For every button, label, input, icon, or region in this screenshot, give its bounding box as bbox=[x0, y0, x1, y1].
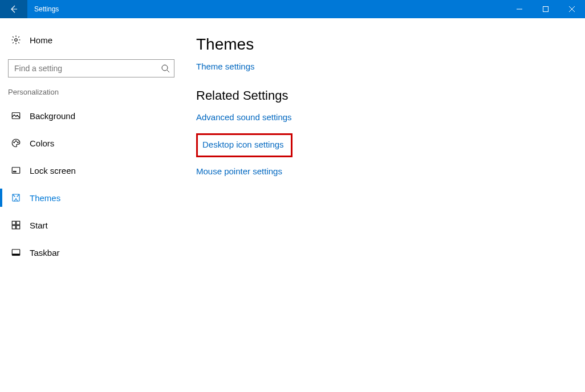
sidebar-home[interactable]: Home bbox=[0, 28, 182, 51]
minimize-button[interactable] bbox=[506, 0, 533, 18]
svg-point-5 bbox=[15, 141, 17, 142]
picture-icon bbox=[10, 110, 22, 121]
main-panel: Themes Theme settings Related Settings A… bbox=[182, 18, 585, 392]
svg-rect-0 bbox=[543, 7, 549, 12]
taskbar-icon bbox=[10, 247, 22, 258]
svg-point-4 bbox=[14, 142, 15, 143]
sidebar-section-label: Personalization bbox=[0, 88, 182, 96]
sidebar-item-label: Background bbox=[30, 111, 75, 121]
svg-point-2 bbox=[162, 65, 168, 71]
sidebar-item-colors[interactable]: Colors bbox=[0, 129, 182, 157]
sidebar-item-label: Taskbar bbox=[30, 248, 60, 258]
content-area: Home Personalization Background Colors bbox=[0, 18, 585, 392]
back-button[interactable] bbox=[0, 0, 27, 18]
palette-icon bbox=[10, 137, 22, 149]
sidebar-item-background[interactable]: Background bbox=[0, 102, 182, 129]
search-container bbox=[8, 59, 174, 77]
page-heading: Themes bbox=[196, 35, 585, 54]
desktop-icon-settings-link[interactable]: Desktop icon settings bbox=[202, 140, 284, 149]
sidebar-home-label: Home bbox=[30, 35, 52, 45]
highlight-box: Desktop icon settings bbox=[196, 133, 292, 157]
svg-rect-8 bbox=[14, 172, 17, 173]
sidebar-item-start[interactable]: Start bbox=[0, 211, 182, 239]
svg-rect-11 bbox=[17, 221, 20, 224]
svg-rect-10 bbox=[12, 221, 15, 224]
maximize-icon bbox=[543, 6, 549, 12]
maximize-button[interactable] bbox=[533, 0, 559, 18]
svg-rect-13 bbox=[17, 226, 20, 229]
svg-rect-15 bbox=[12, 254, 20, 255]
search-input[interactable] bbox=[8, 59, 174, 77]
mouse-pointer-link[interactable]: Mouse pointer settings bbox=[196, 166, 585, 176]
search-icon bbox=[161, 64, 170, 73]
sidebar-nav: Background Colors Lock screen Themes bbox=[0, 102, 182, 266]
lockscreen-icon bbox=[10, 165, 22, 176]
title-bar: Settings bbox=[0, 0, 585, 18]
sidebar-item-taskbar[interactable]: Taskbar bbox=[0, 239, 182, 266]
sidebar-item-lockscreen[interactable]: Lock screen bbox=[0, 157, 182, 184]
sidebar: Home Personalization Background Colors bbox=[0, 18, 182, 392]
related-heading: Related Settings bbox=[196, 88, 585, 103]
themes-icon bbox=[10, 192, 22, 203]
svg-point-6 bbox=[18, 142, 19, 143]
gear-icon bbox=[10, 34, 22, 46]
sidebar-item-label: Themes bbox=[30, 193, 60, 203]
start-icon bbox=[10, 219, 22, 231]
sidebar-item-label: Start bbox=[30, 220, 48, 230]
sidebar-item-themes[interactable]: Themes bbox=[0, 184, 182, 211]
minimize-icon bbox=[517, 6, 522, 12]
window-controls bbox=[506, 0, 585, 18]
svg-rect-7 bbox=[12, 168, 20, 174]
theme-settings-link[interactable]: Theme settings bbox=[196, 62, 585, 71]
advanced-sound-link[interactable]: Advanced sound settings bbox=[196, 112, 585, 122]
close-icon bbox=[569, 6, 575, 12]
close-button[interactable] bbox=[559, 0, 585, 18]
arrow-left-icon bbox=[9, 5, 18, 14]
svg-point-1 bbox=[15, 39, 18, 42]
sidebar-item-label: Colors bbox=[30, 138, 54, 148]
svg-rect-12 bbox=[12, 226, 15, 229]
window-title: Settings bbox=[34, 5, 506, 13]
sidebar-item-label: Lock screen bbox=[30, 166, 76, 175]
